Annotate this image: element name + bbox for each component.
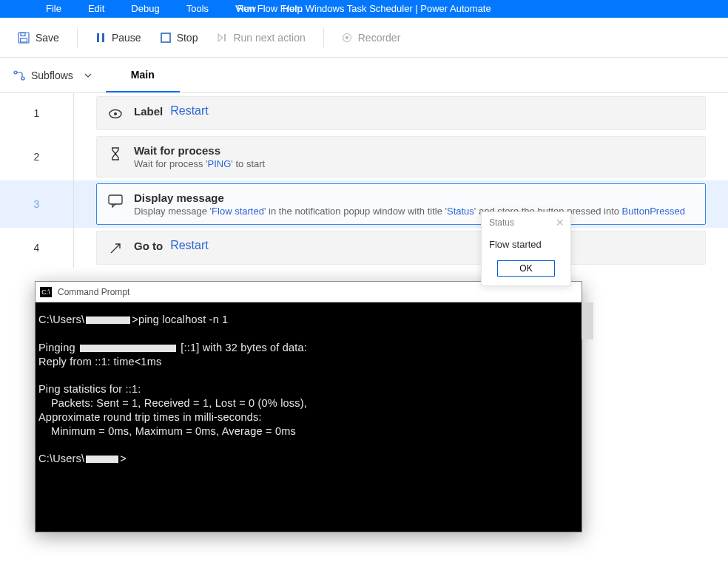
command-prompt-window[interactable]: C:\ Command Prompt C:\Users\>ping localh… <box>35 281 582 532</box>
svg-point-9 <box>14 71 17 74</box>
subtabs-bar: Subflows Main <box>0 58 728 93</box>
run-next-label: Run next action <box>233 32 305 44</box>
message-box-status: Status ✕ Flow started OK <box>481 211 571 286</box>
stop-button[interactable]: Stop <box>156 29 203 47</box>
flow-step-row: 1 Label Restart <box>0 93 728 133</box>
save-label: Save <box>36 32 59 44</box>
svg-point-12 <box>114 112 117 115</box>
line-number[interactable]: 2 <box>0 133 74 180</box>
line-number[interactable]: 3 <box>0 180 74 228</box>
step-wrap: Display message Display message 'Flow st… <box>74 180 728 228</box>
subflows-icon <box>13 70 25 81</box>
menu-bar: File Edit Debug Tools View Help Run Flow… <box>0 0 728 18</box>
pause-label: Pause <box>112 32 141 44</box>
recorder-label: Recorder <box>358 32 401 44</box>
menu-tools[interactable]: Tools <box>173 0 222 18</box>
tab-main[interactable]: Main <box>106 58 180 92</box>
toolbar-separator <box>323 28 324 47</box>
app-title: Run Flow From Windows Task Scheduler | P… <box>237 0 491 18</box>
scrollbar[interactable] <box>582 302 593 339</box>
step-card-label[interactable]: Label Restart <box>96 96 706 130</box>
toolbar-separator <box>77 28 78 47</box>
svg-rect-3 <box>97 33 99 42</box>
flow-step-row: 3 Display message Display message 'Flow … <box>0 180 728 228</box>
hourglass-icon <box>107 146 124 162</box>
message-box-title: Status <box>489 217 514 228</box>
line-number[interactable]: 4 <box>0 228 74 268</box>
subflows-label: Subflows <box>31 70 73 81</box>
svg-rect-4 <box>102 33 104 42</box>
terminal-output: C:\Users\>ping localhost -n 1 Pinging [:… <box>36 302 582 469</box>
svg-rect-5 <box>161 33 170 42</box>
svg-rect-2 <box>21 38 27 42</box>
step-subtitle: Display message 'Flow started' in the no… <box>134 206 695 217</box>
subflows-dropdown[interactable]: Subflows <box>0 58 106 92</box>
svg-rect-6 <box>224 34 226 41</box>
pause-icon <box>95 33 106 43</box>
flow-step-row: 4 Go to Restart <box>0 228 728 268</box>
step-over-icon <box>217 33 227 43</box>
step-card-goto[interactable]: Go to Restart <box>96 231 706 265</box>
stop-label: Stop <box>177 32 198 44</box>
step-wrap: Wait for process Wait for process 'PING'… <box>74 133 728 180</box>
menu-file[interactable]: File <box>33 0 75 18</box>
close-icon[interactable]: ✕ <box>556 217 564 228</box>
record-icon <box>342 33 352 43</box>
save-icon <box>18 32 30 44</box>
step-wrap: Go to Restart <box>74 228 728 268</box>
label-icon <box>107 106 124 122</box>
svg-point-10 <box>21 77 24 80</box>
toolbar: Save Pause Stop Run next action Recorder <box>0 18 728 58</box>
step-goto-target-link[interactable]: Restart <box>170 239 209 252</box>
step-title: Label <box>134 105 163 118</box>
message-box-body: Flow started <box>482 231 570 260</box>
step-wrap: Label Restart <box>74 93 728 133</box>
step-title: Display message <box>134 192 695 204</box>
run-next-action-button[interactable]: Run next action <box>212 29 309 47</box>
recorder-button[interactable]: Recorder <box>337 29 405 47</box>
command-prompt-title: Command Prompt <box>58 287 129 297</box>
step-label-link[interactable]: Restart <box>170 104 209 118</box>
line-number[interactable]: 1 <box>0 93 74 133</box>
step-subtitle: Wait for process 'PING' to start <box>134 158 265 169</box>
step-title: Wait for process <box>134 144 265 157</box>
ok-button[interactable]: OK <box>497 260 555 277</box>
svg-rect-13 <box>109 195 122 204</box>
message-icon <box>107 193 124 209</box>
svg-rect-1 <box>21 33 25 35</box>
tab-label: Main <box>131 69 155 81</box>
step-title: Go to <box>134 240 163 252</box>
terminal-icon: C:\ <box>40 287 52 297</box>
stop-icon <box>161 33 171 43</box>
pause-button[interactable]: Pause <box>91 29 146 47</box>
svg-point-8 <box>346 35 348 38</box>
save-button[interactable]: Save <box>13 29 64 47</box>
chevron-down-icon <box>84 71 92 80</box>
menu-edit[interactable]: Edit <box>75 0 118 18</box>
flow-step-row: 2 Wait for process Wait for process 'PIN… <box>0 133 728 180</box>
menu-debug[interactable]: Debug <box>118 0 172 18</box>
step-card-wait-for-process[interactable]: Wait for process Wait for process 'PING'… <box>96 136 706 177</box>
step-card-display-message[interactable]: Display message Display message 'Flow st… <box>96 183 706 225</box>
variable-link-buttonpressed[interactable]: ButtonPressed <box>622 206 685 217</box>
goto-arrow-icon <box>107 240 124 257</box>
